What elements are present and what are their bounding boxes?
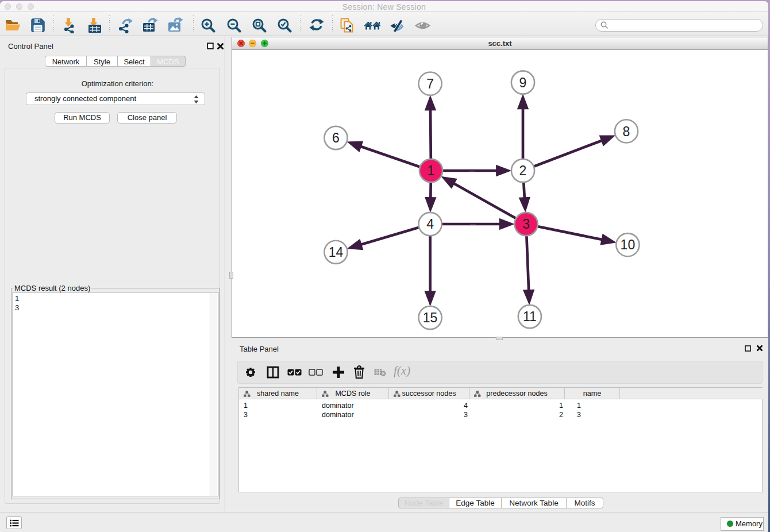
svg-text:14: 14 xyxy=(329,245,344,260)
svg-text:7: 7 xyxy=(426,76,434,91)
svg-text:9: 9 xyxy=(519,75,527,90)
svg-text:4: 4 xyxy=(426,217,434,232)
svg-text:11: 11 xyxy=(523,309,537,324)
svg-text:6: 6 xyxy=(332,130,340,145)
svg-text:8: 8 xyxy=(623,124,630,139)
svg-text:15: 15 xyxy=(423,310,438,325)
svg-text:3: 3 xyxy=(522,217,530,232)
svg-text:2: 2 xyxy=(519,163,527,178)
svg-text:1: 1 xyxy=(428,163,435,178)
svg-text:10: 10 xyxy=(621,237,636,252)
